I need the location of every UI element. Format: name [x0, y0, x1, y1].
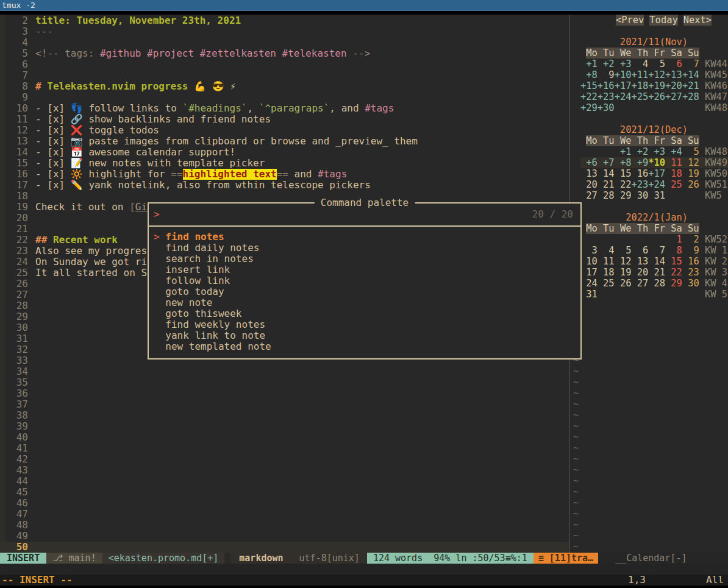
calendar-day[interactable]: +29 — [580, 102, 598, 113]
calendar-day[interactable]: 3 — [580, 245, 598, 256]
calendar-day[interactable]: 29 — [615, 190, 632, 201]
calendar-day[interactable]: 9 — [682, 245, 699, 256]
palette-item-find-notes[interactable]: > find notes — [149, 232, 580, 243]
calendar-day[interactable]: +27 — [665, 91, 682, 102]
calendar-day[interactable]: 1 — [665, 234, 682, 245]
calendar-day[interactable]: 30 — [631, 190, 648, 201]
calendar-day[interactable]: 26 — [615, 278, 632, 289]
palette-item-follow-link[interactable]: follow link — [149, 275, 580, 286]
editor-line[interactable]: 34 — [0, 366, 569, 377]
editor-line[interactable]: 41 — [0, 443, 569, 454]
calendar-day[interactable]: 18 — [598, 267, 615, 278]
palette-item-goto-thisweek[interactable]: goto thisweek — [149, 308, 580, 319]
calendar-day[interactable]: 2 — [682, 234, 699, 245]
calendar-day[interactable]: 17 — [580, 267, 598, 278]
calendar-day[interactable]: +23 — [631, 179, 648, 190]
editor-line[interactable]: 46 — [0, 498, 569, 509]
editor-line[interactable]: 35 — [0, 377, 569, 388]
calendar-day[interactable]: +8 — [580, 69, 598, 80]
palette-item-find-weekly-notes[interactable]: find weekly notes — [149, 319, 580, 330]
calendar-day[interactable]: 30 — [682, 278, 699, 289]
calendar-day[interactable]: +17 — [648, 168, 665, 179]
calendar-day[interactable]: +11 — [631, 69, 648, 80]
calendar-day[interactable]: *10 — [648, 157, 665, 168]
calendar-day[interactable]: 25 — [665, 179, 682, 190]
calendar-day[interactable]: 28 — [648, 278, 665, 289]
calendar-day[interactable]: 5 — [682, 146, 699, 157]
calendar-day[interactable]: 25 — [598, 278, 615, 289]
calendar-day[interactable]: 16 — [682, 256, 699, 267]
calendar-day[interactable]: +15 — [580, 80, 598, 91]
editor-line[interactable]: 8# Telekasten.nvim progress 💪 😎 ⚡ — [0, 81, 569, 92]
calendar-day[interactable]: 28 — [598, 190, 615, 201]
editor-line[interactable]: 14- [x] 📅 awesome calendar support! — [0, 147, 569, 158]
calendar-day[interactable]: +3 — [648, 146, 665, 157]
calendar-day[interactable]: +3 — [615, 58, 632, 69]
calendar-day[interactable]: 6 — [631, 245, 648, 256]
editor-line[interactable]: 9 — [0, 92, 569, 103]
calendar-day[interactable]: 14 — [598, 168, 615, 179]
calendar-day[interactable]: +8 — [615, 157, 632, 168]
calendar-day[interactable]: +26 — [648, 91, 665, 102]
calendar-day[interactable]: 11 — [598, 256, 615, 267]
palette-item-search-in-notes[interactable]: search in notes — [149, 253, 580, 264]
editor-line[interactable]: 11- [x] 🔗 show backlinks and friend note… — [0, 114, 569, 125]
editor-line[interactable]: 5<!-- tags: #github #project #zettelkast… — [0, 48, 569, 59]
palette-item-insert-link[interactable]: insert link — [149, 264, 580, 275]
calendar-day[interactable]: 27 — [580, 190, 598, 201]
calendar-next-button[interactable]: Next> — [683, 15, 712, 26]
calendar-day[interactable]: 12 — [682, 157, 699, 168]
calendar-day[interactable]: 31 — [580, 289, 598, 300]
calendar-day[interactable]: +13 — [665, 69, 682, 80]
calendar-day[interactable]: +2 — [598, 58, 615, 69]
editor-line[interactable]: 7 — [0, 70, 569, 81]
calendar-day[interactable]: +6 — [580, 157, 598, 168]
palette-prompt-input[interactable]: > — [154, 209, 160, 220]
calendar-day[interactable]: +19 — [648, 80, 665, 91]
calendar-day[interactable]: +30 — [598, 102, 615, 113]
editor-line[interactable]: 45 — [0, 487, 569, 498]
calendar-day[interactable]: 4 — [631, 58, 648, 69]
calendar-day[interactable]: 8 — [665, 245, 682, 256]
calendar-day[interactable]: +18 — [631, 80, 648, 91]
calendar-day[interactable]: +7 — [598, 157, 615, 168]
calendar-day[interactable]: +14 — [682, 69, 699, 80]
calendar-day[interactable]: 19 — [615, 267, 632, 278]
calendar-day[interactable]: 20 — [631, 267, 648, 278]
calendar-day[interactable]: 16 — [631, 168, 648, 179]
calendar-day[interactable]: 20 — [580, 179, 598, 190]
palette-item-find-daily-notes[interactable]: find daily notes — [149, 243, 580, 253]
palette-prompt-box[interactable]: Command palette > 20 / 20 — [148, 202, 582, 227]
editor-line[interactable]: 38 — [0, 410, 569, 421]
calendar-day[interactable]: 22 — [665, 267, 682, 278]
calendar-day[interactable]: +28 — [682, 91, 699, 102]
calendar-day[interactable]: 27 — [631, 278, 648, 289]
calendar-day[interactable]: +2 — [631, 146, 648, 157]
calendar-day[interactable]: 31 — [648, 190, 665, 201]
calendar-day[interactable]: 7 — [682, 58, 699, 69]
calendar-day[interactable]: 24 — [580, 278, 598, 289]
editor-line[interactable]: 18 — [0, 191, 569, 202]
editor-line[interactable]: 10- [x] 👣 follow links to `#headings`, `… — [0, 103, 569, 114]
calendar-day[interactable]: +4 — [665, 146, 682, 157]
calendar-day[interactable]: +25 — [631, 91, 648, 102]
calendar-day[interactable]: 23 — [682, 267, 699, 278]
calendar-day[interactable]: 14 — [648, 256, 665, 267]
calendar-day[interactable]: 15 — [615, 168, 632, 179]
command-line[interactable]: :lua require('telekasten').panel() — [0, 564, 728, 575]
palette-item-new-note[interactable]: new note — [149, 297, 580, 308]
calendar-day[interactable]: +1 — [615, 146, 632, 157]
editor-line[interactable]: 44 — [0, 476, 569, 487]
editor-line[interactable]: 12- [x] ❌ toggle todos — [0, 125, 569, 136]
calendar-day[interactable]: 6 — [665, 58, 682, 69]
editor-line[interactable]: 36 — [0, 388, 569, 399]
editor-line[interactable]: 43 — [0, 465, 569, 476]
calendar-day[interactable]: 29 — [665, 278, 682, 289]
palette-item-yank-link-to-note[interactable]: yank link to note — [149, 330, 580, 341]
editor-line[interactable]: 15- [x] 📝 new notes with template picker — [0, 158, 569, 169]
calendar-day[interactable]: +16 — [598, 80, 615, 91]
palette-item-new-templated-note[interactable]: new templated note — [149, 341, 580, 352]
editor-line[interactable]: 50 — [0, 542, 569, 553]
editor-line[interactable]: 39 — [0, 421, 569, 432]
editor-line[interactable]: 3--- — [0, 26, 569, 37]
